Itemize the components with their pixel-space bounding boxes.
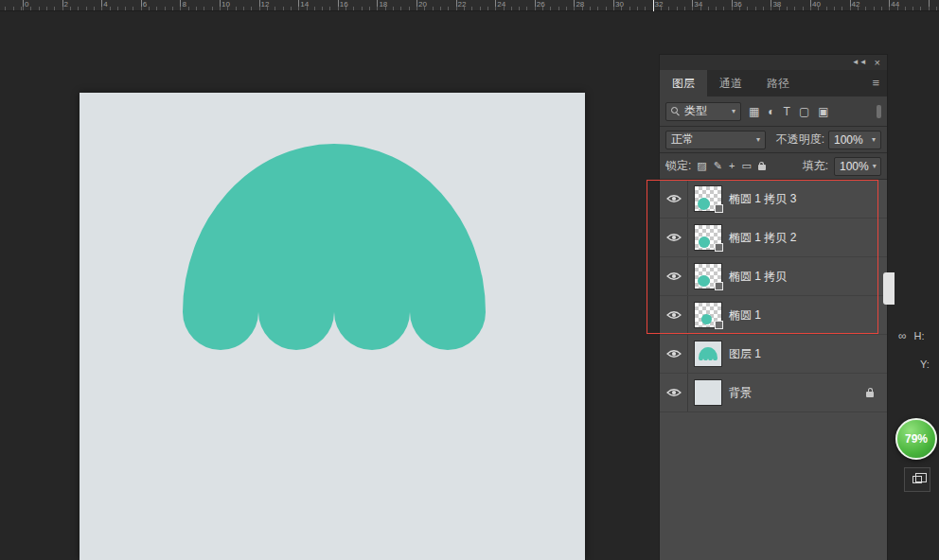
layer-row[interactable]: 椭圆 1 拷贝 3 bbox=[660, 180, 887, 219]
ruler-label: 26 bbox=[537, 0, 545, 9]
thumbnail-shape-preview bbox=[698, 198, 710, 210]
ruler-label: 14 bbox=[300, 0, 309, 9]
ruler-label: 18 bbox=[379, 0, 387, 9]
filter-smart-object-icon[interactable]: ▣ bbox=[818, 106, 828, 117]
visibility-toggle[interactable] bbox=[660, 257, 688, 295]
layer-name: 背景 bbox=[729, 385, 752, 401]
lock-icons: ▨ ✎ + ▭ bbox=[697, 161, 765, 171]
progress-badge[interactable]: 79% bbox=[895, 418, 937, 460]
layer-name: 椭圆 1 拷贝 bbox=[729, 269, 787, 285]
filter-type-layers-icon[interactable]: T bbox=[784, 106, 790, 117]
visibility-toggle[interactable] bbox=[660, 374, 688, 411]
collapse-panel-icon[interactable]: ◄◄ bbox=[852, 59, 867, 66]
ruler-label: 4 bbox=[103, 0, 107, 9]
filter-shape-layers-icon[interactable]: ▢ bbox=[799, 106, 809, 117]
blend-row: 正常 ▾ 不透明度: 100% ▾ bbox=[660, 127, 887, 153]
layer-row[interactable]: 图层 1 bbox=[660, 335, 887, 374]
filter-type-label: 类型 bbox=[684, 103, 707, 119]
ruler-label: 28 bbox=[576, 0, 584, 9]
shape-layer-badge-icon bbox=[715, 243, 723, 252]
scrollbar-thumb[interactable] bbox=[883, 272, 895, 305]
shape-layer-badge-icon bbox=[715, 321, 723, 329]
thumbnail-shape-preview bbox=[701, 314, 712, 324]
chevron-down-icon: ▾ bbox=[872, 135, 876, 144]
ruler-label: 12 bbox=[261, 0, 270, 9]
chevron-down-icon: ▾ bbox=[873, 162, 877, 170]
filter-type-select[interactable]: 类型 ▾ bbox=[665, 102, 741, 121]
layer-row[interactable]: 椭圆 1 拷贝 2 bbox=[660, 219, 887, 257]
height-label: H: bbox=[914, 330, 925, 341]
canvas[interactable] bbox=[80, 93, 585, 560]
visibility-toggle[interactable] bbox=[660, 219, 688, 256]
link-icon[interactable]: ∞ bbox=[898, 329, 907, 342]
ruler-label: 30 bbox=[615, 0, 624, 9]
layer-row[interactable]: 椭圆 1 bbox=[660, 296, 887, 335]
copy-layers-icon bbox=[912, 476, 922, 483]
layer-filter-row: 类型 ▾ ▦ ◐ T ▢ ▣ bbox=[660, 96, 887, 127]
ruler-label: 38 bbox=[772, 0, 781, 9]
tab-channels[interactable]: 通道 bbox=[707, 70, 754, 96]
lock-image-pixels-icon[interactable]: ✎ bbox=[714, 161, 722, 171]
filter-pixel-layers-icon[interactable]: ▦ bbox=[749, 106, 759, 117]
ruler-label: 10 bbox=[221, 0, 230, 9]
fill-value: 100% bbox=[840, 160, 869, 173]
lock-artboard-icon[interactable]: ▭ bbox=[741, 161, 751, 171]
ruler-label: 24 bbox=[497, 0, 505, 9]
filter-adjustment-layers-icon[interactable]: ◐ bbox=[768, 106, 774, 117]
ruler-position-marker bbox=[653, 0, 654, 11]
y-label: Y: bbox=[920, 359, 930, 370]
thumbnail-shape-preview bbox=[699, 236, 710, 248]
tab-paths[interactable]: 路径 bbox=[754, 70, 802, 96]
ruler-label: 8 bbox=[182, 0, 186, 9]
panel-tab-bar: 图层 通道 路径 ≡ bbox=[660, 70, 887, 96]
ruler-label: 6 bbox=[143, 0, 147, 9]
layer-thumbnail[interactable] bbox=[695, 341, 721, 366]
layer-thumbnail[interactable] bbox=[695, 264, 721, 289]
horizontal-ruler[interactable]: 0246810121416182022242628303234363840424… bbox=[0, 0, 939, 11]
duplicate-layers-button[interactable] bbox=[904, 467, 930, 492]
ruler-label: 34 bbox=[694, 0, 702, 9]
layer-row[interactable]: 椭圆 1 拷贝 bbox=[660, 257, 887, 296]
chevron-down-icon: ▾ bbox=[732, 107, 735, 115]
visibility-toggle[interactable] bbox=[660, 335, 688, 373]
thumbnail-shape-preview bbox=[698, 275, 710, 287]
eye-icon bbox=[666, 194, 682, 203]
ruler-label: 44 bbox=[891, 0, 899, 9]
ruler-label: 36 bbox=[734, 0, 742, 9]
layer-thumbnail[interactable] bbox=[695, 380, 721, 405]
eye-icon bbox=[666, 271, 682, 281]
ruler-label: 22 bbox=[458, 0, 467, 9]
panel-header: ◄◄ × bbox=[660, 55, 887, 70]
umbrella-shape[interactable] bbox=[183, 144, 486, 350]
ruler-label: 20 bbox=[418, 0, 427, 9]
layer-thumbnail[interactable] bbox=[695, 186, 721, 211]
background-locked-icon bbox=[866, 392, 874, 397]
layer-name: 椭圆 1 拷贝 3 bbox=[729, 191, 796, 207]
visibility-toggle[interactable] bbox=[660, 180, 688, 218]
layer-name: 椭圆 1 拷贝 2 bbox=[729, 230, 796, 246]
opacity-select[interactable]: 100% ▾ bbox=[828, 131, 881, 149]
layers-panel: ◄◄ × 图层 通道 路径 ≡ 类型 ▾ ▦ ◐ T ▢ ▣ 正常 ▾ 不透明度… bbox=[660, 55, 887, 560]
shape-layer-badge-icon bbox=[715, 282, 723, 290]
visibility-toggle[interactable] bbox=[660, 296, 688, 334]
ruler-label: 2 bbox=[64, 0, 68, 9]
eye-icon bbox=[666, 388, 682, 397]
lock-position-icon[interactable]: + bbox=[729, 161, 735, 171]
blend-mode-select[interactable]: 正常 ▾ bbox=[665, 131, 766, 149]
filter-switch-toggle[interactable] bbox=[877, 105, 881, 118]
lock-transparent-pixels-icon[interactable]: ▨ bbox=[697, 161, 706, 171]
ruler-minor-ticks bbox=[0, 7, 939, 10]
fill-select[interactable]: 100% ▾ bbox=[834, 157, 881, 176]
tab-layers[interactable]: 图层 bbox=[660, 70, 707, 96]
layer-row[interactable]: 背景 bbox=[660, 374, 887, 412]
close-panel-icon[interactable]: × bbox=[875, 58, 880, 68]
shape-layer-badge-icon bbox=[715, 204, 723, 213]
layer-thumbnail[interactable] bbox=[695, 303, 721, 327]
layer-name: 椭圆 1 bbox=[729, 307, 761, 324]
chevron-down-icon: ▾ bbox=[756, 135, 760, 144]
eye-icon bbox=[666, 310, 682, 320]
layer-thumbnail[interactable] bbox=[695, 225, 721, 250]
panel-menu-icon[interactable]: ≡ bbox=[864, 70, 887, 96]
lock-all-icon[interactable] bbox=[758, 165, 766, 170]
search-icon bbox=[671, 107, 681, 116]
